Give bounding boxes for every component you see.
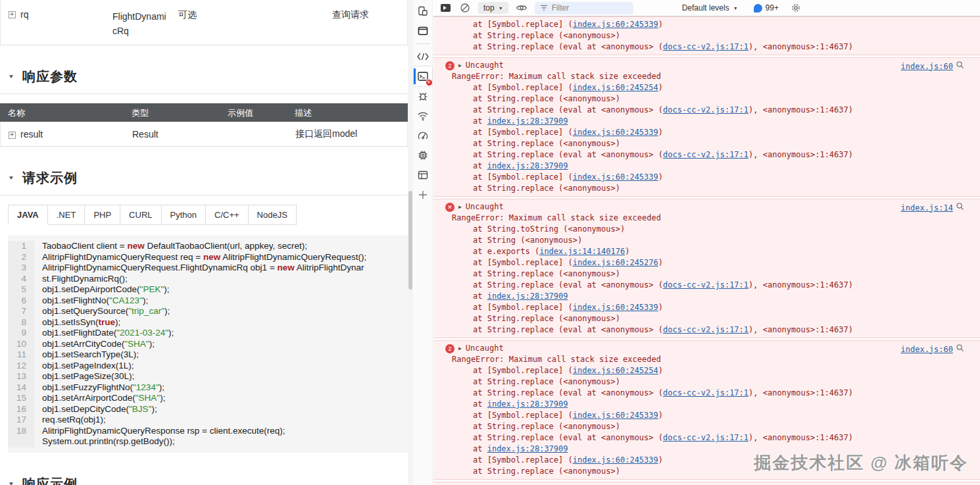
stack-file-link[interactable]: index.js:60:245339: [573, 411, 658, 420]
stack-file-link[interactable]: docs-cc-v2.js:17:1: [663, 280, 748, 290]
stack-file-link[interactable]: index.js:14:140176: [539, 247, 625, 256]
result-name: result: [20, 129, 43, 140]
section-response-params[interactable]: ▼ 响应参数: [8, 68, 408, 86]
stack-file-link[interactable]: index.js:60:245254: [573, 366, 658, 375]
application-panel-icon[interactable]: [414, 165, 432, 185]
tab-python[interactable]: Python: [162, 205, 206, 225]
device-emulation-icon[interactable]: [414, 1, 432, 21]
stack-trace-line: at String.toString (<anonymous>): [433, 224, 964, 235]
log-levels-dropdown[interactable]: Default levels ▼: [682, 3, 738, 13]
request-param-row[interactable]: rq FlightDynami cRq 可选 查询请求: [0, 0, 408, 45]
stack-trace-line: at [Symbol.replace] (index.js:60:245339): [433, 410, 964, 421]
line-number: 3: [8, 263, 34, 274]
stack-file-link[interactable]: docs-cc-v2.js:17:1: [663, 42, 748, 51]
stack-file-link[interactable]: index.js:60:245254: [573, 83, 658, 92]
tab-nodejs[interactable]: NodeJS: [249, 205, 297, 225]
line-number: 6: [8, 295, 34, 307]
expand-triangle-icon[interactable]: ▶: [458, 343, 462, 354]
line-number: 17: [8, 415, 34, 426]
tab-php[interactable]: PHP: [85, 205, 120, 225]
error-header[interactable]: 2▶Uncaughtindex.js:60: [433, 60, 964, 71]
stack-file-link[interactable]: index.js:60:245339: [573, 20, 658, 29]
section-request-example[interactable]: ▼ 请求示例: [8, 169, 408, 187]
tab-net[interactable]: .NET: [48, 205, 86, 225]
expand-triangle-icon[interactable]: ▶: [458, 60, 462, 71]
stack-trace-line: at String.replace (<anonymous>): [433, 268, 964, 280]
code-text: AlitripFlightDynamicQueryRequest.FlightD…: [34, 263, 364, 274]
code-text: obj1.setFlightNo("CA123");: [34, 295, 148, 307]
scrollbar-thumb[interactable]: [408, 191, 412, 290]
console-error-entry: ✕▶Uncaughtindex.js:14RangeError: Maximum…: [433, 482, 980, 485]
stack-file-link[interactable]: docs-cc-v2.js:17:1: [663, 388, 748, 397]
error-source-link[interactable]: index.js:14: [901, 203, 953, 214]
console-error-entry: ✕▶Uncaughtindex.js:14RangeError: Maximum…: [433, 199, 980, 338]
stack-file-link[interactable]: docs-cc-v2.js:17:1: [663, 325, 748, 334]
stack-file-link[interactable]: docs-cc-v2.js:17:1: [663, 150, 748, 159]
error-header[interactable]: ✕▶Uncaughtindex.js:14: [433, 201, 964, 213]
collapse-triangle-icon[interactable]: ▼: [8, 480, 14, 485]
debugger-panel-icon[interactable]: [414, 86, 432, 106]
stack-file-link[interactable]: index.js:60:245339: [573, 128, 658, 137]
page-scrollbar[interactable]: [408, 0, 413, 485]
magnifier-icon[interactable]: [956, 202, 964, 214]
collapse-triangle-icon[interactable]: ▼: [8, 74, 14, 80]
param-name: rq: [20, 9, 28, 20]
stack-file-link[interactable]: index.js:28:37909: [487, 292, 568, 301]
code-line: 14obj1.setFuzzyFlightNo("1234");: [8, 382, 408, 394]
line-number: 16: [8, 404, 34, 415]
stack-file-link[interactable]: docs-cc-v2.js:17:1: [663, 433, 748, 442]
console-sidebar-icon[interactable]: [439, 1, 452, 14]
stack-trace-line: at String.replace (eval at <anonymous> (…: [433, 324, 964, 336]
error-source-link[interactable]: index.js:60: [901, 344, 953, 355]
code-text: obj1.setSearchType(3L);: [34, 349, 139, 361]
tab-cc[interactable]: C/C++: [206, 205, 249, 225]
settings-gear-icon[interactable]: [789, 1, 802, 14]
code-text: req.setRq(obj1);: [34, 415, 106, 426]
filter-input[interactable]: Filter: [535, 2, 633, 14]
expand-icon[interactable]: [9, 132, 16, 139]
elements-panel-icon[interactable]: [414, 47, 432, 66]
console-panel-icon[interactable]: ✕: [414, 66, 432, 86]
issues-bubble-icon: [754, 4, 762, 13]
code-text: obj1.setDepCityCode("BJS");: [34, 404, 157, 415]
context-selector-dropdown[interactable]: top ▼: [478, 2, 508, 14]
stack-file-link[interactable]: index.js:60:245339: [573, 455, 658, 465]
expand-triangle-icon[interactable]: ▶: [458, 201, 462, 213]
stack-file-link[interactable]: index.js:28:37909: [487, 116, 568, 126]
collapse-triangle-icon[interactable]: ▼: [8, 175, 14, 181]
performance-panel-icon[interactable]: [414, 126, 432, 145]
context-selector-label: top: [483, 3, 495, 13]
line-number: 4: [8, 274, 34, 285]
error-source-link[interactable]: index.js:60: [901, 61, 953, 72]
more-tools-icon[interactable]: [414, 185, 432, 205]
section-response-example[interactable]: ▼ 响应示例: [8, 475, 408, 485]
tab-curl[interactable]: CURL: [120, 205, 161, 225]
stack-file-link[interactable]: index.js:60:245276: [573, 258, 658, 267]
stack-trace-line: at index.js:28:37909: [433, 399, 964, 410]
stack-trace-line: at String.replace (eval at <anonymous> (…: [433, 280, 964, 291]
stack-file-link[interactable]: index.js:28:37909: [487, 161, 568, 170]
error-message: RangeError: Maximum call stack size exce…: [433, 71, 964, 82]
welcome-window-icon[interactable]: [414, 21, 432, 41]
stack-file-link[interactable]: index.js:60:245339: [573, 172, 658, 182]
live-expression-eye-icon[interactable]: [515, 1, 528, 14]
devtools-activity-bar: ✕: [413, 0, 433, 485]
line-number: 9: [8, 328, 34, 339]
stack-file-link[interactable]: index.js:28:37909: [487, 444, 568, 453]
tab-java[interactable]: JAVA: [8, 205, 48, 225]
stack-file-link[interactable]: index.js:28:37909: [487, 399, 568, 409]
magnifier-icon[interactable]: [956, 344, 964, 355]
network-panel-icon[interactable]: [414, 106, 432, 126]
issues-counter[interactable]: 99+: [754, 3, 779, 13]
chevron-down-icon: ▼: [733, 6, 738, 11]
stack-file-link[interactable]: docs-cc-v2.js:17:1: [663, 105, 748, 115]
table-row[interactable]: result Result 接口返回model: [0, 122, 408, 147]
stack-trace-line: at [Symbol.replace] (index.js:60:245254): [433, 82, 964, 93]
error-message: RangeError: Maximum call stack size exce…: [433, 354, 964, 365]
memory-panel-icon[interactable]: [414, 145, 432, 165]
clear-console-icon[interactable]: [458, 1, 472, 14]
expand-icon[interactable]: [9, 11, 16, 18]
stack-file-link[interactable]: index.js:60:245339: [573, 303, 658, 312]
error-header[interactable]: 2▶Uncaughtindex.js:60: [433, 343, 964, 354]
magnifier-icon[interactable]: [956, 61, 964, 72]
